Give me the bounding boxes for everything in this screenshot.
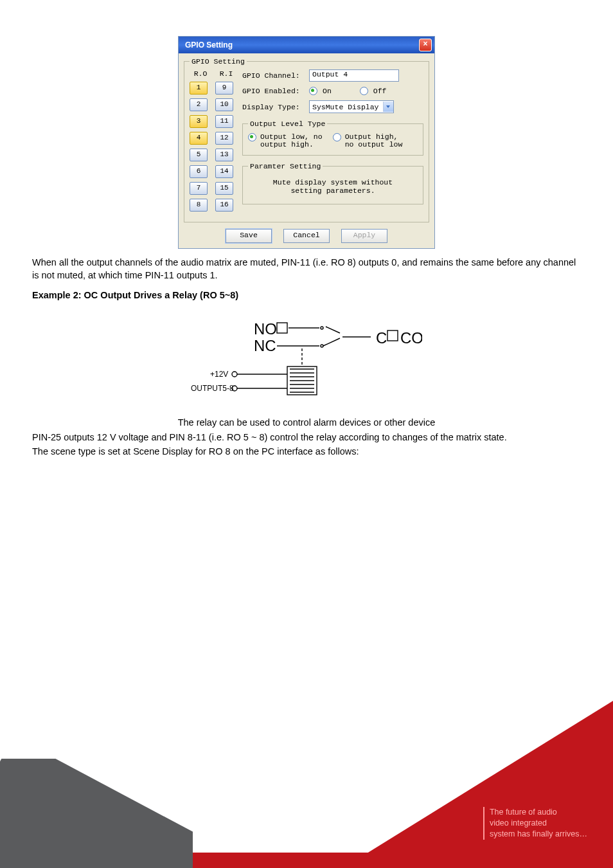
fig-12v: +12V	[210, 370, 228, 379]
svg-line-7	[323, 338, 340, 346]
svg-text:C: C	[376, 329, 387, 347]
port-ro-5[interactable]: 5	[190, 149, 208, 161]
fig-no: NO	[254, 320, 277, 338]
port-ro-2[interactable]: 2	[190, 98, 208, 111]
gpio-fieldset: GPIO Setting R.O R.I 1921031141251361471…	[184, 57, 429, 222]
relay-diagram-icon: NO NC C COM +12V OUTPUT5-	[191, 318, 422, 408]
close-icon[interactable]: ×	[419, 39, 432, 51]
figure-caption: The relay can be used to control alarm d…	[32, 417, 581, 429]
port-ro-8[interactable]: 8	[190, 199, 208, 212]
output-low-radio[interactable]	[248, 133, 256, 141]
port-ri-16[interactable]: 16	[215, 199, 233, 212]
enabled-off-radio[interactable]	[360, 87, 368, 95]
fig-com: COM	[400, 329, 422, 347]
parameter-legend: Paramter Setting	[248, 162, 323, 170]
column-header-ri: R.I	[218, 69, 235, 78]
chevron-down-icon[interactable]	[383, 102, 393, 112]
fig-output: OUTPUT5-8	[191, 384, 234, 393]
apply-button[interactable]: Apply	[341, 229, 387, 243]
svg-rect-0	[277, 323, 287, 333]
port-ri-13[interactable]: 13	[215, 149, 233, 161]
svg-rect-9	[387, 330, 398, 341]
paragraph-1: When all the output channels of the audi…	[32, 257, 581, 282]
fig-nc: NC	[254, 337, 276, 354]
port-ri-11[interactable]: 11	[215, 115, 233, 128]
channel-input[interactable]: Output 4	[309, 69, 399, 82]
port-ri-15[interactable]: 15	[215, 182, 233, 195]
output-low-label: Output low, no output high.	[260, 133, 323, 149]
port-ri-14[interactable]: 14	[215, 165, 233, 178]
port-ro-7[interactable]: 7	[190, 182, 208, 195]
output-level-fieldset: Output Level Type Output low, no output …	[242, 120, 423, 156]
dialog-body: GPIO Setting R.O R.I 1921031141251361471…	[179, 53, 434, 248]
column-header-ro: R.O	[192, 69, 209, 78]
parameter-message: Mute display system without setting para…	[248, 176, 418, 197]
port-ri-9[interactable]: 9	[215, 82, 233, 95]
footer-red-wedge	[343, 701, 613, 868]
enabled-label: GPIO Enabled:	[242, 87, 304, 95]
display-type-value: SysMute Display	[310, 103, 383, 111]
enabled-off-label: Off	[373, 87, 387, 95]
enabled-on-radio[interactable]	[309, 87, 317, 95]
channel-label: GPIO Channel:	[242, 71, 304, 80]
display-type-label: Display Type:	[242, 103, 304, 111]
port-ro-3[interactable]: 3	[190, 115, 208, 128]
relay-figure: NO NC C COM +12V OUTPUT5-	[191, 318, 422, 408]
parameter-fieldset: Paramter Setting Mute display system wit…	[242, 162, 423, 204]
settings-column: GPIO Channel: Output 4 GPIO Enabled: On …	[242, 69, 423, 215]
paragraph-2: PIN-25 outputs 12 V voltage and PIN 8-11…	[32, 431, 581, 444]
footer-grey-wedge	[0, 759, 193, 868]
port-ro-4[interactable]: 4	[190, 132, 208, 145]
svg-point-6	[321, 345, 323, 347]
svg-point-2	[321, 327, 323, 329]
output-level-legend: Output Level Type	[248, 120, 327, 128]
dialog-title: GPIO Setting	[185, 41, 233, 50]
example-2-heading: Example 2: OC Output Drives a Relay (RO …	[32, 289, 581, 302]
enabled-on-label: On	[323, 87, 332, 95]
port-ro-1[interactable]: 1	[190, 82, 208, 95]
paragraph-3: The scene type is set at Scene Display f…	[32, 446, 581, 458]
dialog-buttons: Save Cancel Apply	[184, 229, 429, 243]
cancel-button[interactable]: Cancel	[283, 229, 330, 243]
gpio-setting-dialog: GPIO Setting × GPIO Setting R.O R.I 1921…	[178, 36, 435, 249]
output-high-radio[interactable]	[333, 133, 341, 141]
gpio-fieldset-legend: GPIO Setting	[190, 57, 247, 66]
svg-point-10	[232, 372, 237, 377]
document-page: GPIO Setting × GPIO Setting R.O R.I 1921…	[0, 0, 613, 868]
footer-tagline: The future of audio video integrated sys…	[483, 807, 587, 840]
output-high-label: Output high, no output low	[345, 133, 403, 149]
save-button[interactable]: Save	[226, 229, 272, 243]
port-grid: R.O R.I 19210311412513614715816	[190, 69, 235, 215]
svg-line-3	[326, 327, 340, 333]
display-type-dropdown[interactable]: SysMute Display	[309, 100, 394, 113]
dialog-titlebar[interactable]: GPIO Setting ×	[179, 37, 434, 53]
port-ri-10[interactable]: 10	[215, 98, 233, 111]
port-ro-6[interactable]: 6	[190, 165, 208, 178]
port-ri-12[interactable]: 12	[215, 132, 233, 145]
